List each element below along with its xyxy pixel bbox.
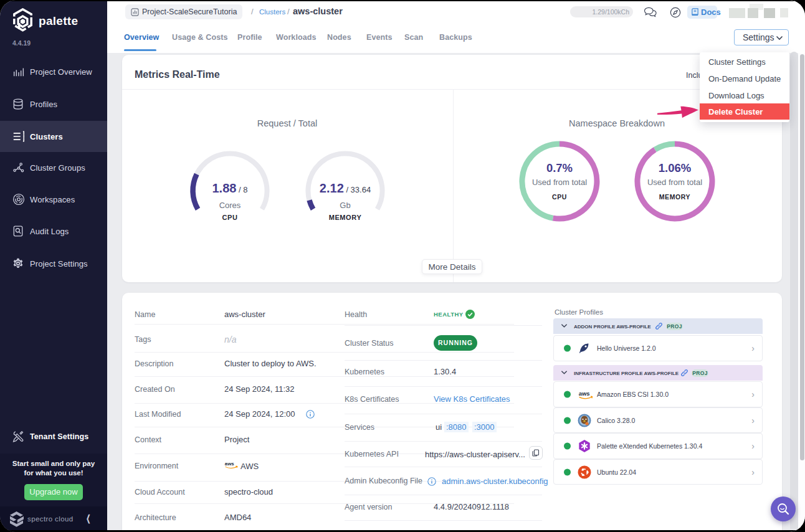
svg-text:aws: aws bbox=[579, 390, 590, 397]
svg-text:aws: aws bbox=[225, 461, 234, 467]
